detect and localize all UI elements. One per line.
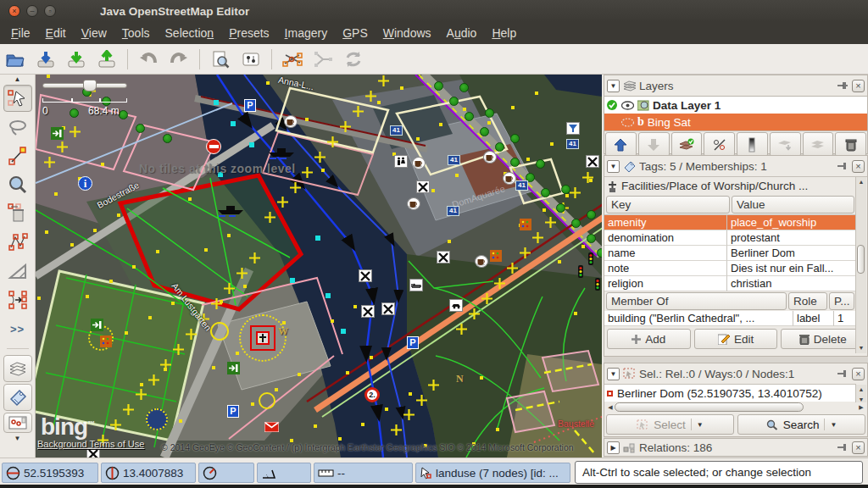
entrance-icon[interactable] — [227, 362, 240, 378]
window-maximize-button[interactable]: ▫ — [44, 5, 56, 17]
tags-scrollbar[interactable]: ▲ ▼ — [855, 177, 866, 353]
traffic-signal-icon[interactable] — [578, 265, 583, 281]
role-column-header[interactable]: Role — [788, 292, 827, 310]
cafe-icon[interactable] — [503, 172, 516, 185]
layers-collapse-button[interactable]: ▼ — [607, 80, 620, 92]
traffic-signal-icon[interactable] — [595, 278, 600, 294]
tag-row-name[interactable]: nameBerliner Dom — [604, 246, 856, 261]
fountain-icon[interactable] — [146, 408, 168, 430]
membership-row[interactable]: building ("Berlin Cathedral", ... label … — [604, 311, 856, 326]
entrance-icon[interactable] — [91, 319, 103, 335]
closed-poi-icon[interactable] — [361, 305, 375, 318]
tree-icon[interactable] — [587, 234, 596, 243]
map-node-marker[interactable] — [156, 250, 159, 253]
map-selected-node-marker[interactable] — [494, 277, 505, 292]
tree-icon[interactable] — [449, 97, 459, 106]
cafe-icon[interactable] — [284, 115, 298, 128]
map-selected-node-marker[interactable] — [391, 424, 402, 439]
menu-help[interactable]: Help — [484, 24, 524, 42]
combine-way-button[interactable] — [309, 47, 337, 72]
tree-icon[interactable] — [119, 110, 128, 119]
closed-poi-icon[interactable] — [359, 269, 372, 282]
menu-file[interactable]: File — [3, 24, 38, 42]
tool-delete[interactable] — [3, 200, 32, 227]
closed-poi-icon[interactable] — [381, 302, 395, 315]
toggle-layers-panel[interactable] — [3, 355, 32, 382]
map-selected-node-marker[interactable] — [416, 394, 427, 409]
traffic-signal-icon[interactable] — [588, 252, 593, 269]
map-node-marker[interactable] — [132, 265, 136, 269]
map-canvas[interactable]: PPP4141414141i2. No tiles at this zoom l… — [36, 75, 602, 458]
map-node-marker[interactable] — [305, 118, 309, 121]
shop-icon[interactable] — [100, 336, 112, 351]
map-node-marker[interactable] — [353, 305, 357, 308]
map-node-marker[interactable] — [86, 295, 89, 298]
tree-icon[interactable] — [597, 248, 602, 258]
tool-merge-nodes[interactable] — [3, 286, 32, 313]
closed-poi-icon[interactable] — [586, 155, 599, 168]
map-node-marker[interactable] — [400, 86, 403, 90]
window-minimize-button[interactable]: – — [26, 5, 38, 17]
map-node-marker[interactable] — [140, 383, 143, 386]
post-box-icon[interactable] — [264, 420, 279, 435]
map-selected-node-marker[interactable] — [123, 403, 134, 419]
tool-extrude[interactable] — [3, 258, 32, 285]
map-node-marker[interactable] — [148, 316, 152, 319]
tags-collapse-button[interactable]: ▼ — [607, 160, 620, 173]
map-node-marker[interactable] — [314, 424, 317, 428]
map-node-marker[interactable] — [448, 240, 451, 243]
map-selected-node-marker[interactable] — [302, 166, 313, 181]
map-node-marker[interactable] — [346, 371, 349, 374]
layers-pin-button[interactable] — [836, 80, 849, 92]
map-node-marker[interactable] — [480, 376, 483, 380]
map-selected-node-marker[interactable] — [353, 105, 364, 120]
menu-view[interactable]: View — [74, 24, 114, 42]
map-selected-node-marker[interactable] — [365, 90, 376, 105]
map-selected-node-marker[interactable] — [469, 308, 480, 323]
map-node-marker[interactable] — [409, 392, 412, 396]
edit-tag-button[interactable]: Edit — [694, 329, 778, 349]
map-node-marker[interactable] — [70, 243, 74, 247]
relations-close-button[interactable]: × — [852, 441, 865, 454]
layer-activate-button[interactable] — [671, 132, 703, 157]
tool-zoom[interactable] — [3, 171, 32, 198]
add-tag-button[interactable]: Add — [607, 329, 691, 349]
map-selected-node-marker[interactable] — [545, 216, 556, 231]
value-column-header[interactable]: Value — [732, 196, 854, 214]
relations-pin-button[interactable] — [836, 441, 849, 454]
map-node-marker[interactable] — [487, 121, 491, 125]
route-41-badge[interactable]: 41 — [515, 180, 528, 191]
upload-button[interactable] — [93, 47, 120, 72]
shop-icon[interactable] — [490, 250, 502, 265]
map-node-marker[interactable] — [331, 319, 334, 323]
layer-move-down-button[interactable] — [638, 132, 670, 157]
tag-row-amenity[interactable]: amenityplace_of_worship — [604, 215, 856, 230]
toilets-icon[interactable] — [394, 155, 408, 168]
map-node-marker[interactable] — [204, 248, 208, 252]
window-close-button[interactable]: × — [8, 5, 20, 17]
route-41-badge[interactable]: 41 — [566, 139, 579, 149]
tree-icon[interactable] — [510, 134, 520, 143]
undo-button[interactable] — [135, 47, 162, 72]
map-node-marker[interactable] — [377, 101, 381, 104]
map-node-marker[interactable] — [125, 331, 128, 335]
route-41-badge[interactable]: 41 — [390, 125, 403, 136]
select-dropdown-caret[interactable]: ▼ — [691, 419, 704, 430]
map-selected-node-marker[interactable] — [428, 379, 439, 394]
map-selected-node-marker[interactable] — [403, 408, 415, 424]
redo-button[interactable] — [165, 47, 192, 72]
map-selected-node-marker[interactable] — [110, 419, 121, 434]
tree-icon[interactable] — [485, 108, 494, 118]
menu-windows[interactable]: Windows — [376, 24, 439, 42]
tag-row-religion[interactable]: religionchristian — [604, 276, 856, 291]
map-node-marker[interactable] — [101, 163, 104, 166]
tree-icon[interactable] — [70, 108, 79, 118]
map-node-marker[interactable] — [47, 75, 50, 78]
map-selected-node-marker[interactable] — [532, 231, 543, 247]
layer-duplicate-button[interactable] — [803, 132, 834, 157]
map-selected-node-marker[interactable] — [224, 282, 235, 297]
map-selected-node-marker[interactable] — [378, 75, 389, 90]
parking-icon[interactable]: P — [407, 336, 419, 349]
map-selected-node-marker[interactable] — [290, 181, 301, 197]
map-selected-node-marker[interactable] — [327, 136, 338, 151]
